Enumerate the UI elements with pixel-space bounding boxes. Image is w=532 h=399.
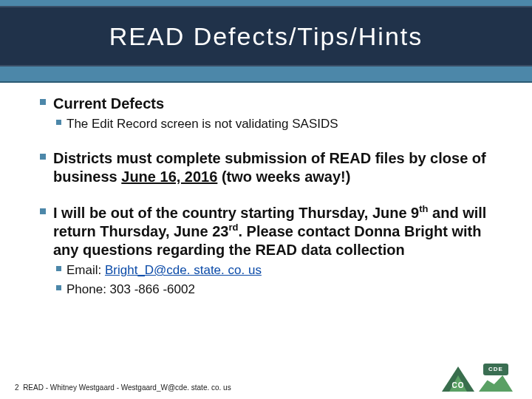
colorado-logo: CO <box>442 364 474 392</box>
sub-bullet-phone: Phone: 303 -866 -6002 <box>40 282 498 297</box>
deadline-post: (two weeks away!) <box>217 168 350 185</box>
cde-badge: CDE <box>483 364 508 375</box>
phone-label: Phone: <box>66 282 110 296</box>
co-text: CO <box>442 381 474 389</box>
email-link[interactable]: Bright_D@cde. state. co. us <box>105 263 262 277</box>
bullet-submission-deadline: Districts must complete submission of RE… <box>40 149 498 186</box>
footer: 2 READ - Whitney Westgaard - Westgaard_W… <box>15 383 231 392</box>
deadline-date: June 16, 2016 <box>121 168 217 185</box>
sub-bullet-email: Email: Bright_D@cde. state. co. us <box>40 262 498 278</box>
ooc-sup2: rd <box>228 222 238 233</box>
email-label: Email: <box>66 263 105 277</box>
sub-bullet-sasids: The Edit Record screen is not validating… <box>40 116 498 132</box>
slide: READ Defects/Tips/Hints Current Defects … <box>0 0 532 399</box>
page-number: 2 <box>15 383 19 392</box>
bullet-current-defects: Current Defects <box>40 95 498 113</box>
cde-mountains-icon <box>479 375 513 392</box>
cde-logo: CDE <box>479 364 513 392</box>
footer-text: READ - Whitney Westgaard - Westgaard_W@c… <box>23 383 231 392</box>
bullet-out-of-country: I will be out of the country starting Th… <box>40 204 498 259</box>
slide-title: READ Defects/Tips/Hints <box>109 22 423 51</box>
header-inner: READ Defects/Tips/Hints <box>0 6 532 66</box>
header-band: READ Defects/Tips/Hints <box>0 0 532 83</box>
body-content: Current Defects The Edit Record screen i… <box>40 95 498 300</box>
ooc-part1: I will be out of the country starting Th… <box>53 205 419 221</box>
ooc-sup1: th <box>419 204 428 215</box>
phone-number: 303 -866 -6002 <box>110 282 195 296</box>
